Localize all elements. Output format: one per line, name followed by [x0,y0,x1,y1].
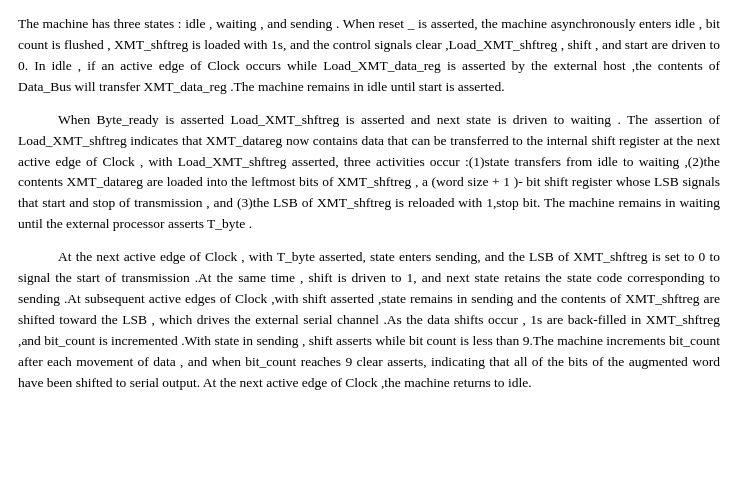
paragraph-2: When Byte_ready is asserted Load_XMT_shf… [18,110,720,236]
paragraph-1: The machine has three states : idle , wa… [18,14,720,98]
paragraph-3: At the next active edge of Clock , with … [18,247,720,393]
document-content: The machine has three states : idle , wa… [18,14,720,394]
